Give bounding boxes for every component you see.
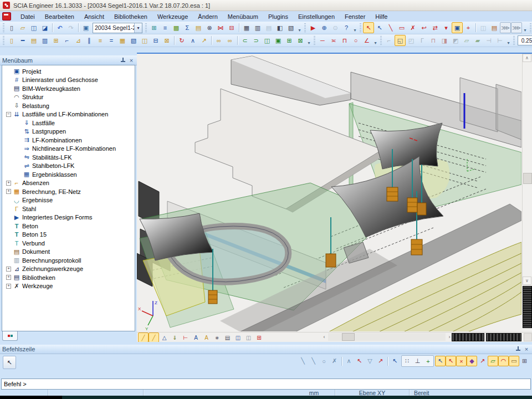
ucs-button[interactable]: ∧: [187, 35, 198, 46]
draw-rib-button[interactable]: ⊿: [73, 35, 84, 46]
tree-item[interactable]: ⇓ Lastfälle: [2, 119, 135, 127]
tree-item[interactable]: − ⇊ Lastfälle und LF-Kombinationen: [2, 110, 135, 119]
hinge-button[interactable]: ⊠: [295, 35, 306, 46]
rigid-arm-button[interactable]: ⊞: [284, 35, 295, 46]
command-input[interactable]: Befehl >: [1, 378, 531, 390]
open-project-button[interactable]: ▱: [17, 22, 28, 33]
snap-line-button[interactable]: ↖: [435, 356, 446, 366]
snap-perpendicular-button[interactable]: ↖: [354, 356, 365, 366]
draw-subregion-button[interactable]: ▦: [117, 35, 128, 46]
horizontal-zoom-strip-1[interactable]: [452, 333, 484, 341]
tree-item[interactable]: # Linienraster und Geschosse: [2, 76, 135, 85]
snap-endpoint-button[interactable]: ╲: [298, 356, 308, 366]
label-display-2-button[interactable]: A: [201, 332, 212, 342]
project-manager-button[interactable]: ▣: [80, 22, 91, 33]
block-catalog-button[interactable]: ▤: [193, 22, 204, 33]
measure-button[interactable]: ⊙: [330, 22, 341, 33]
horizontal-scroll-thumb[interactable]: [342, 333, 355, 341]
window-1-button[interactable]: ◫: [233, 332, 243, 342]
axis-snap-button[interactable]: ⊥: [412, 356, 423, 366]
draw-dimension-button[interactable]: ≍: [328, 35, 339, 46]
overflow-chevron-icon[interactable]: ▾: [522, 23, 528, 33]
select-by-property-button[interactable]: ▣: [452, 22, 463, 33]
menu-item[interactable]: Hilfe: [370, 12, 392, 21]
project-combo[interactable]: 20034 Segel1-201 ▾: [93, 23, 142, 33]
close-icon[interactable]: ×: [523, 346, 530, 352]
refine-mesh-button[interactable]: ⊠: [161, 35, 172, 46]
render-mode-button[interactable]: △: [159, 332, 170, 342]
snap-direction-button[interactable]: ↗: [375, 356, 386, 366]
vertical-zoom-strip[interactable]: [523, 286, 532, 328]
draw-core-button[interactable]: ◫: [139, 35, 150, 46]
pin-icon[interactable]: [515, 346, 521, 352]
load-display-button[interactable]: ⇓: [170, 332, 180, 342]
draw-rectangle-button[interactable]: ⊓: [339, 35, 350, 46]
tree-item[interactable]: Γ Stahl: [2, 204, 135, 213]
snap-intersect-button[interactable]: ×: [456, 356, 467, 366]
tree-item[interactable]: T Verbund: [2, 239, 135, 248]
disconnect-members-button[interactable]: ⊃: [250, 35, 262, 46]
snap-intersection-button[interactable]: ∧: [344, 356, 354, 366]
overflow-chevron-icon[interactable]: ▾: [306, 35, 312, 45]
connect-members-button[interactable]: ⊂: [239, 35, 250, 46]
snap-settings-button[interactable]: ↖: [390, 356, 400, 366]
escape-cursor-button[interactable]: ↖: [3, 356, 16, 369]
snap-tangent-2-button[interactable]: ↗: [477, 356, 488, 366]
document-window-icon[interactable]: [2, 12, 11, 21]
tree-item[interactable]: ▤ BIM-Werkzeugkasten: [2, 84, 135, 93]
scroll-left-arrow[interactable]: ‹: [320, 333, 328, 341]
menu-item[interactable]: Ändern: [193, 12, 222, 21]
vertical-scrollbar[interactable]: ∧ ∨: [522, 54, 532, 285]
toolbar-grip[interactable]: [304, 23, 306, 32]
overflow-chevron-icon[interactable]: ▾: [505, 35, 511, 45]
teleport-out-button[interactable]: ⋙: [500, 22, 511, 33]
redo-button[interactable]: ↷: [65, 22, 76, 33]
tree-item[interactable]: ▣ Projekt: [2, 67, 135, 76]
snap-midpoint-button[interactable]: ╲: [308, 356, 319, 366]
overflow-chevron-icon[interactable]: ▾: [296, 23, 303, 33]
select-previous-button[interactable]: ↩: [418, 22, 429, 33]
toolbar-grip[interactable]: [145, 23, 147, 32]
undo-button[interactable]: ↶: [54, 22, 65, 33]
print-preview-button[interactable]: ▥: [252, 22, 263, 33]
snap-circle-button[interactable]: ○: [319, 356, 329, 366]
grid-snap-button[interactable]: ∷: [402, 356, 412, 366]
save-button[interactable]: ◪: [39, 22, 50, 33]
draw-panel-button[interactable]: ▧: [128, 35, 139, 46]
draw-opening-button[interactable]: ⌐: [62, 35, 73, 46]
document-button[interactable]: ▤: [263, 22, 274, 33]
tree-item[interactable]: ▦ Ergebnisklassen: [2, 170, 135, 179]
toolbar-grip[interactable]: [360, 23, 361, 32]
draw-column-button[interactable]: ▤: [28, 35, 39, 46]
tree-expander[interactable]: +: [6, 181, 11, 186]
toolbar-grip[interactable]: [513, 36, 515, 45]
tree-item[interactable]: + ✗ Werkzeuge: [2, 282, 135, 291]
close-icon[interactable]: ×: [128, 58, 135, 63]
tree-tab[interactable]: [2, 331, 18, 341]
draw-arbitrary-member-button[interactable]: ≡: [95, 35, 106, 46]
cross-sections-button[interactable]: ▩: [171, 22, 182, 33]
draw-wall-button[interactable]: ⊞: [50, 35, 62, 46]
copy-button[interactable]: ◫: [478, 22, 489, 33]
tree-item[interactable]: + ⊿ Zeichnungswerkzeuge: [2, 265, 135, 274]
align-tool-6-button[interactable]: ◨: [439, 35, 450, 46]
menu-item[interactable]: Bearbeiten: [40, 12, 79, 21]
tree-expander[interactable]: −: [6, 112, 11, 117]
align-tool-2-button[interactable]: ◱: [395, 35, 406, 46]
tree-item[interactable]: + ⌐ Absenzen: [2, 179, 135, 188]
menu-item[interactable]: Bibliotheken: [109, 12, 152, 21]
polyline-edit-button[interactable]: ↗: [198, 35, 209, 46]
new-project-button[interactable]: ▯: [6, 22, 17, 33]
bim-toolbox-button[interactable]: ⊞: [149, 22, 160, 33]
align-tool-5-button[interactable]: ⊓: [428, 35, 439, 46]
materials-button[interactable]: Σ: [182, 22, 193, 33]
export-button[interactable]: ◧: [274, 22, 285, 33]
overflow-chevron-icon[interactable]: ▾: [352, 23, 358, 33]
align-tool-9-button[interactable]: ▰: [472, 35, 483, 46]
tree-expander[interactable]: +: [6, 284, 11, 289]
zoom-selection-button[interactable]: +: [463, 22, 474, 33]
tree-item[interactable]: ⇒ Nichtlineare LF-Kombinationen: [2, 145, 135, 154]
tree-item[interactable]: + ▦ Berechnung, FE-Netz: [2, 187, 135, 196]
zoom-button[interactable]: ⊕: [319, 22, 330, 33]
tree-item[interactable]: ◠ Struktur: [2, 93, 135, 102]
